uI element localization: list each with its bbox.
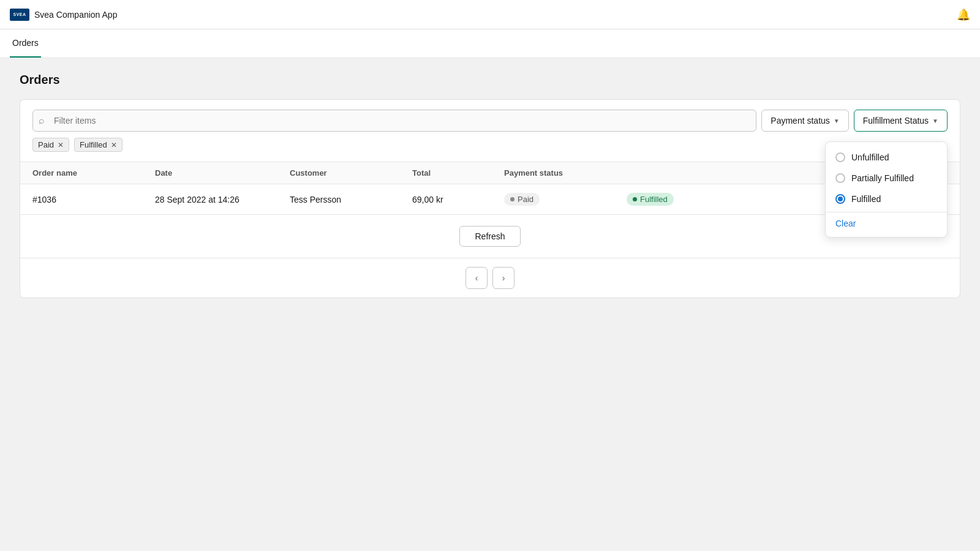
filter-tag-paid-remove[interactable]: ✕ [58, 141, 64, 149]
search-wrapper: ⌕ [32, 110, 756, 132]
app-name: Svea Companion App [34, 10, 117, 20]
cell-total: 69,00 kr [412, 195, 504, 204]
filter-tags: Paid ✕ Fulfilled ✕ [32, 138, 948, 152]
filter-bar: ⌕ Payment status ▼ Fulfillment Status ▼ [20, 100, 960, 162]
fulfillment-status-badge: Fulfilled [627, 193, 674, 206]
prev-icon: ‹ [475, 273, 478, 283]
table-row[interactable]: #1036 28 Sept 2022 at 14:26 Tess Persson… [20, 184, 960, 215]
cell-fulfillment-status: Fulfilled [627, 193, 725, 206]
payment-status-badge: Paid [504, 193, 540, 206]
next-icon: › [502, 273, 505, 283]
prev-page-button[interactable]: ‹ [466, 267, 488, 289]
dropdown-item-unfulfilled[interactable]: Unfulfilled [826, 147, 947, 168]
chevron-down-icon: ▼ [932, 118, 938, 124]
radio-partially-fulfilled [835, 173, 845, 183]
topbar: SVEA Svea Companion App 🔔 [0, 0, 980, 29]
table-header: Order name Date Customer Total Payment s… [20, 162, 960, 184]
refresh-button[interactable]: Refresh [459, 226, 520, 247]
chevron-down-icon: ▼ [834, 118, 840, 124]
filter-row: ⌕ Payment status ▼ Fulfillment Status ▼ [32, 110, 948, 132]
col-total: Total [412, 168, 504, 178]
col-customer: Customer [290, 168, 412, 178]
next-page-button[interactable]: › [492, 267, 514, 289]
badge-dot-paid [510, 197, 514, 201]
page-title: Orders [20, 73, 960, 87]
fulfillment-dropdown: Unfulfilled Partially Fulfilled [825, 141, 948, 238]
badge-dot-fulfilled [633, 197, 637, 201]
col-order-name: Order name [32, 168, 155, 178]
notification-icon[interactable]: 🔔 [957, 8, 970, 21]
fulfillment-status-filter-button[interactable]: Fulfillment Status ▼ [854, 110, 948, 132]
filter-tag-paid-label: Paid [38, 140, 54, 149]
radio-inner-fulfilled [838, 197, 843, 201]
dropdown-divider [826, 212, 947, 212]
dropdown-label-partially-fulfilled: Partially Fulfilled [851, 173, 914, 183]
search-icon: ⌕ [39, 115, 45, 126]
cell-order-name: #1036 [32, 195, 155, 204]
search-input[interactable] [32, 110, 756, 132]
dropdown-label-fulfilled: Fulfilled [851, 194, 881, 204]
col-date: Date [155, 168, 290, 178]
cell-payment-status: Paid [504, 193, 627, 206]
radio-fulfilled [835, 194, 845, 204]
pagination-row: ‹ › [20, 258, 960, 298]
col-payment-status: Payment status [504, 168, 627, 178]
filter-tag-fulfilled-label: Fulfilled [80, 140, 107, 149]
col-fulfillment [627, 168, 725, 178]
filter-tag-fulfilled-remove[interactable]: ✕ [111, 141, 117, 149]
fulfillment-filter-wrapper: Fulfillment Status ▼ Unfulfilled [854, 110, 948, 132]
app-logo: SVEA [10, 9, 29, 21]
dropdown-item-partially-fulfilled[interactable]: Partially Fulfilled [826, 168, 947, 189]
page-content: Orders ⌕ Payment status ▼ Fulfillment St [0, 58, 980, 313]
orders-card: ⌕ Payment status ▼ Fulfillment Status ▼ [20, 99, 960, 298]
cell-customer: Tess Persson [290, 195, 412, 204]
cell-date: 28 Sept 2022 at 14:26 [155, 195, 290, 204]
dropdown-label-unfulfilled: Unfulfilled [851, 152, 889, 162]
refresh-row: Refresh [20, 215, 960, 258]
payment-status-filter-button[interactable]: Payment status ▼ [761, 110, 848, 132]
dropdown-item-fulfilled[interactable]: Fulfilled [826, 189, 947, 209]
tab-orders[interactable]: Orders [10, 29, 41, 58]
logo-text: SVEA [13, 12, 26, 17]
fulfillment-status-label: Fulfilled [640, 195, 668, 204]
radio-unfulfilled [835, 152, 845, 162]
tab-navigation: Orders [0, 29, 980, 58]
filter-tag-paid: Paid ✕ [32, 138, 69, 152]
payment-status-label: Paid [518, 195, 533, 204]
clear-button[interactable]: Clear [826, 215, 947, 232]
filter-tag-fulfilled: Fulfilled ✕ [74, 138, 123, 152]
